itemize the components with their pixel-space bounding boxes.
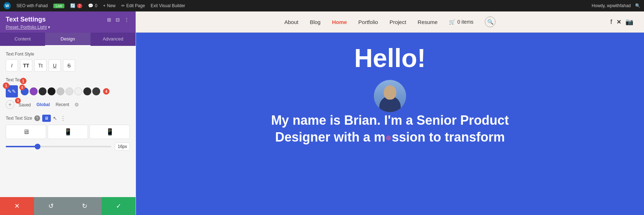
site-name-button[interactable]: SEO with Fahad [16,3,48,8]
badge-4-container: 4 [103,88,109,95]
save-button[interactable]: ✓ [102,197,136,215]
redo-button[interactable]: ↻ [68,197,102,215]
color-swatch-purple[interactable] [30,87,38,95]
color-swatch-gray[interactable] [57,87,64,95]
hero-body-line1: My name is Brian. I'm a Senior Product [271,113,509,128]
tab-design[interactable]: Design [45,33,90,46]
desktop-size-button[interactable]: 🖥 [6,125,46,139]
panel-more-icon[interactable]: ⋮ [123,16,130,23]
admin-search-icon[interactable]: 🔍 [635,3,640,8]
tablet-size-button[interactable]: 📱 [48,125,88,139]
font-style-buttons: I TT Tt U S [6,59,130,72]
text-color-section: Text Te 1 xt ✎ 1 2 [6,77,130,109]
underline-button[interactable]: U [49,59,61,72]
swatch-blue-container: 2 [21,87,29,95]
preset-settings-icon[interactable]: ⚙ [73,101,80,108]
add-color-button[interactable]: + [6,100,14,109]
nav-resume[interactable]: Resume [418,19,438,25]
hero-section: Hello! My name is Brian. I'm a Senior Pr… [136,33,644,215]
text-color-controls: ✎ 1 2 [6,85,130,97]
color-swatch-light-gray[interactable] [65,87,73,95]
panel-tabs: Content Design Advanced [0,33,136,46]
edit-page-label: Edit Page [126,3,145,8]
color-swatch-dark2[interactable] [83,87,91,95]
badge-1: 1 [20,78,26,84]
text-size-label: Text Text Size [6,116,32,121]
preset-recent-tab[interactable]: Recent [54,101,70,108]
comments-button[interactable]: 💬 0 [88,3,97,8]
nav-blog[interactable]: Blog [310,19,321,25]
help-icon[interactable]: ? [34,115,40,121]
panel-footer: ✕ ↺ ↻ ✓ [0,197,136,215]
color-swatch-dark1[interactable] [39,87,47,95]
preset-global-tab[interactable]: Global [35,101,51,108]
mobile-size-button[interactable]: 📱 [89,125,130,139]
highlight-dot [386,135,391,140]
badge-1-mark: 1 [3,82,9,89]
right-content: About Blog Home Portfolio Project Resume… [136,11,644,215]
slider-fill [6,146,38,147]
text-size-section: Text Text Size ? 🖥 ↖ ⋮ 🖥 📱 📱 [6,115,130,150]
site-name-label: SEO with Fahad [16,3,48,8]
text-size-header: Text Text Size ? 🖥 ↖ ⋮ [6,115,130,122]
cart-area[interactable]: 🛒 0 items [449,19,473,25]
avatar [374,80,406,112]
badge-2-mark: 2 [19,85,25,90]
updates-button[interactable]: 🔄 2 [70,3,83,8]
panel-header-icons: ⊞ ⊟ ⋮ [106,16,130,23]
nav-project[interactable]: Project [390,19,406,25]
nav-portfolio[interactable]: Portfolio [358,19,378,25]
uppercase-button[interactable]: TT [20,59,32,72]
facebook-icon[interactable]: f [610,18,612,26]
badge-4-mark: 4 [103,88,109,95]
cancel-button[interactable]: ✕ [0,197,34,215]
italic-button[interactable]: I [6,59,18,72]
cart-icon: 🛒 [449,19,455,25]
panel-grid-icon[interactable]: ⊟ [115,16,121,23]
color-swatch-black[interactable] [48,87,55,95]
tab-advanced[interactable]: Advanced [91,33,136,46]
reset-button[interactable]: ↺ [34,197,68,215]
search-button[interactable]: 🔍 [485,16,496,27]
tab-content[interactable]: Content [0,33,45,46]
slider-thumb[interactable] [35,144,40,149]
exit-builder-button[interactable]: Exit Visual Builder [151,3,185,8]
color-swatch-almost-white[interactable] [74,87,82,95]
panel-header: Text Settings ⊞ ⊟ ⋮ Preset: Portfolio Li… [0,11,136,33]
site-header: About Blog Home Portfolio Project Resume… [136,11,644,33]
device-size-buttons: 🖥 📱 📱 [6,125,130,139]
main-layout: Text Settings ⊞ ⊟ ⋮ Preset: Portfolio Li… [0,11,644,215]
nav-about[interactable]: About [284,19,298,25]
twitter-x-icon[interactable]: ✕ [616,19,621,25]
capitalize-button[interactable]: Tt [34,59,47,72]
panel-preset[interactable]: Preset: Portfolio Light ▾ [6,25,130,30]
color-swatch-charcoal[interactable] [92,87,100,95]
device-icon-button[interactable]: 🖥 [42,115,51,122]
exit-builder-label: Exit Visual Builder [151,3,185,8]
wp-logo-icon: W [4,2,11,9]
badge-3-container: 3 Saved [17,101,32,108]
badge-3-mark: 3 [15,98,21,104]
live-badge: Live [53,4,64,8]
color-swatches: 2 [21,87,100,95]
slider-track [6,146,111,147]
live-indicator[interactable]: Live [53,4,64,8]
wp-logo-button[interactable]: W [4,2,11,9]
edit-page-button[interactable]: ✏ Edit Page [121,3,145,8]
more-options-button[interactable]: ⋮ [59,115,67,122]
new-content-button[interactable]: + New [103,3,116,8]
color-edit-container: ✎ 1 [6,85,18,97]
comments-count: 0 [95,3,97,8]
howdy-text: Howdy, wpwithfahad [592,3,631,8]
nav-home[interactable]: Home [332,19,347,25]
panel-expand-icon[interactable]: ⊞ [106,16,112,23]
color-presets-row: + 3 Saved Global Recent ⚙ [6,100,130,109]
cart-count: 0 items [457,19,473,25]
instagram-icon[interactable]: 📷 [625,18,633,26]
hero-body-line2: Designer with a mssion to transform [275,130,505,144]
slider-value[interactable]: 16px [115,143,130,150]
slider-row: 16px [6,143,130,150]
hero-body-text: My name is Brian. I'm a Senior Product D… [264,112,516,146]
text-size-slider[interactable] [6,146,111,147]
strikethrough-button[interactable]: S [63,59,75,72]
